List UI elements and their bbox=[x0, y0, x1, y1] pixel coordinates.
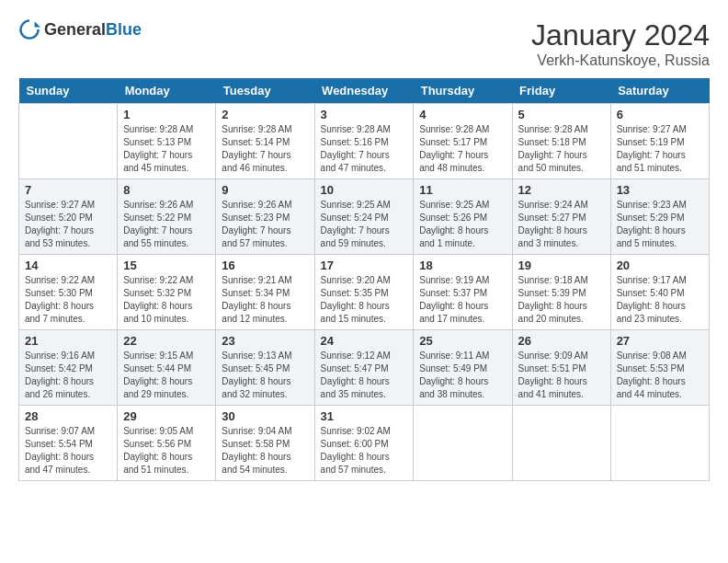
day-number: 20 bbox=[617, 259, 703, 272]
calendar-day-28: 28Sunrise: 9:07 AM Sunset: 5:54 PM Dayli… bbox=[19, 406, 118, 481]
calendar-day-9: 9Sunrise: 9:26 AM Sunset: 5:23 PM Daylig… bbox=[216, 179, 314, 255]
logo-icon bbox=[18, 18, 40, 40]
month-title: January 2024 bbox=[531, 18, 710, 52]
calendar-day-19: 19Sunrise: 9:18 AM Sunset: 5:39 PM Dayli… bbox=[512, 255, 610, 330]
day-number: 28 bbox=[25, 409, 111, 423]
day-info: Sunrise: 9:22 AM Sunset: 5:30 PM Dayligh… bbox=[25, 274, 111, 326]
day-header-saturday: Saturday bbox=[610, 78, 709, 104]
day-info: Sunrise: 9:27 AM Sunset: 5:20 PM Dayligh… bbox=[25, 199, 111, 250]
calendar-day-2: 2Sunrise: 9:28 AM Sunset: 5:14 PM Daylig… bbox=[216, 104, 314, 179]
day-info: Sunrise: 9:23 AM Sunset: 5:29 PM Dayligh… bbox=[617, 199, 703, 250]
day-info: Sunrise: 9:28 AM Sunset: 5:18 PM Dayligh… bbox=[518, 123, 605, 175]
day-number: 5 bbox=[518, 108, 605, 121]
day-info: Sunrise: 9:22 AM Sunset: 5:32 PM Dayligh… bbox=[123, 274, 210, 326]
day-header-monday: Monday bbox=[118, 78, 216, 104]
calendar-day-1: 1Sunrise: 9:28 AM Sunset: 5:13 PM Daylig… bbox=[118, 104, 216, 179]
calendar-day-5: 5Sunrise: 9:28 AM Sunset: 5:18 PM Daylig… bbox=[512, 104, 610, 179]
day-number: 25 bbox=[419, 334, 506, 348]
calendar-day-21: 21Sunrise: 9:16 AM Sunset: 5:42 PM Dayli… bbox=[19, 330, 118, 406]
calendar-day-18: 18Sunrise: 9:19 AM Sunset: 5:37 PM Dayli… bbox=[414, 255, 512, 330]
day-info: Sunrise: 9:21 AM Sunset: 5:34 PM Dayligh… bbox=[222, 274, 308, 326]
title-block: January 2024 Verkh-Katunskoye, Russia bbox=[531, 18, 710, 69]
day-info: Sunrise: 9:13 AM Sunset: 5:45 PM Dayligh… bbox=[222, 350, 308, 401]
calendar-table: SundayMondayTuesdayWednesdayThursdayFrid… bbox=[18, 78, 710, 481]
day-info: Sunrise: 9:26 AM Sunset: 5:22 PM Dayligh… bbox=[123, 199, 210, 250]
day-number: 2 bbox=[222, 108, 308, 121]
day-number: 4 bbox=[419, 108, 506, 121]
day-header-sunday: Sunday bbox=[19, 78, 118, 104]
day-info: Sunrise: 9:04 AM Sunset: 5:58 PM Dayligh… bbox=[222, 425, 308, 477]
day-info: Sunrise: 9:28 AM Sunset: 5:16 PM Dayligh… bbox=[321, 123, 408, 175]
calendar-day-13: 13Sunrise: 9:23 AM Sunset: 5:29 PM Dayli… bbox=[610, 179, 709, 255]
day-info: Sunrise: 9:19 AM Sunset: 5:37 PM Dayligh… bbox=[419, 274, 506, 326]
day-info: Sunrise: 9:02 AM Sunset: 6:00 PM Dayligh… bbox=[321, 425, 408, 477]
day-number: 3 bbox=[321, 108, 408, 121]
day-info: Sunrise: 9:24 AM Sunset: 5:27 PM Dayligh… bbox=[518, 199, 605, 250]
calendar-day-31: 31Sunrise: 9:02 AM Sunset: 6:00 PM Dayli… bbox=[314, 406, 414, 481]
day-info: Sunrise: 9:12 AM Sunset: 5:47 PM Dayligh… bbox=[321, 350, 408, 401]
page-header: GeneralBlue January 2024 Verkh-Katunskoy… bbox=[18, 18, 710, 69]
day-info: Sunrise: 9:28 AM Sunset: 5:14 PM Dayligh… bbox=[222, 123, 308, 175]
calendar-day-22: 22Sunrise: 9:15 AM Sunset: 5:44 PM Dayli… bbox=[118, 330, 216, 406]
day-number: 26 bbox=[518, 334, 605, 348]
calendar-day-12: 12Sunrise: 9:24 AM Sunset: 5:27 PM Dayli… bbox=[512, 179, 610, 255]
day-info: Sunrise: 9:18 AM Sunset: 5:39 PM Dayligh… bbox=[518, 274, 605, 326]
day-info: Sunrise: 9:16 AM Sunset: 5:42 PM Dayligh… bbox=[25, 350, 111, 401]
day-header-thursday: Thursday bbox=[414, 78, 512, 104]
empty-cell bbox=[610, 406, 709, 481]
day-info: Sunrise: 9:20 AM Sunset: 5:35 PM Dayligh… bbox=[321, 274, 408, 326]
calendar-day-30: 30Sunrise: 9:04 AM Sunset: 5:58 PM Dayli… bbox=[216, 406, 314, 481]
day-number: 7 bbox=[25, 183, 111, 197]
calendar-day-8: 8Sunrise: 9:26 AM Sunset: 5:22 PM Daylig… bbox=[118, 179, 216, 255]
day-number: 27 bbox=[617, 334, 703, 348]
calendar-day-17: 17Sunrise: 9:20 AM Sunset: 5:35 PM Dayli… bbox=[314, 255, 414, 330]
calendar-day-3: 3Sunrise: 9:28 AM Sunset: 5:16 PM Daylig… bbox=[314, 104, 414, 179]
day-number: 16 bbox=[222, 259, 308, 272]
day-info: Sunrise: 9:25 AM Sunset: 5:26 PM Dayligh… bbox=[419, 199, 506, 250]
day-info: Sunrise: 9:28 AM Sunset: 5:17 PM Dayligh… bbox=[419, 123, 506, 175]
calendar-day-15: 15Sunrise: 9:22 AM Sunset: 5:32 PM Dayli… bbox=[118, 255, 216, 330]
calendar-day-24: 24Sunrise: 9:12 AM Sunset: 5:47 PM Dayli… bbox=[314, 330, 414, 406]
calendar-day-10: 10Sunrise: 9:25 AM Sunset: 5:24 PM Dayli… bbox=[314, 179, 414, 255]
day-number: 6 bbox=[617, 108, 703, 121]
calendar-day-6: 6Sunrise: 9:27 AM Sunset: 5:19 PM Daylig… bbox=[610, 104, 709, 179]
day-number: 14 bbox=[25, 259, 111, 272]
calendar-day-4: 4Sunrise: 9:28 AM Sunset: 5:17 PM Daylig… bbox=[414, 104, 512, 179]
day-number: 12 bbox=[518, 183, 605, 197]
day-number: 11 bbox=[419, 183, 506, 197]
day-number: 23 bbox=[222, 334, 308, 348]
logo-text-blue: Blue bbox=[106, 20, 142, 39]
day-number: 17 bbox=[321, 259, 408, 272]
day-number: 30 bbox=[222, 409, 308, 423]
day-number: 18 bbox=[419, 259, 506, 272]
calendar-day-16: 16Sunrise: 9:21 AM Sunset: 5:34 PM Dayli… bbox=[216, 255, 314, 330]
calendar-day-7: 7Sunrise: 9:27 AM Sunset: 5:20 PM Daylig… bbox=[19, 179, 118, 255]
day-number: 1 bbox=[123, 108, 210, 121]
day-info: Sunrise: 9:27 AM Sunset: 5:19 PM Dayligh… bbox=[617, 123, 703, 175]
calendar-day-23: 23Sunrise: 9:13 AM Sunset: 5:45 PM Dayli… bbox=[216, 330, 314, 406]
day-number: 29 bbox=[123, 409, 210, 423]
day-number: 9 bbox=[222, 183, 308, 197]
calendar-day-27: 27Sunrise: 9:08 AM Sunset: 5:53 PM Dayli… bbox=[610, 330, 709, 406]
day-header-friday: Friday bbox=[512, 78, 610, 104]
logo: GeneralBlue bbox=[18, 18, 142, 40]
calendar-day-20: 20Sunrise: 9:17 AM Sunset: 5:40 PM Dayli… bbox=[610, 255, 709, 330]
day-info: Sunrise: 9:25 AM Sunset: 5:24 PM Dayligh… bbox=[321, 199, 408, 250]
empty-cell bbox=[512, 406, 610, 481]
day-header-wednesday: Wednesday bbox=[314, 78, 414, 104]
calendar-day-25: 25Sunrise: 9:11 AM Sunset: 5:49 PM Dayli… bbox=[414, 330, 512, 406]
day-number: 22 bbox=[123, 334, 210, 348]
day-number: 8 bbox=[123, 183, 210, 197]
day-info: Sunrise: 9:05 AM Sunset: 5:56 PM Dayligh… bbox=[123, 425, 210, 477]
svg-marker-0 bbox=[35, 21, 40, 27]
day-info: Sunrise: 9:08 AM Sunset: 5:53 PM Dayligh… bbox=[617, 350, 703, 401]
day-number: 10 bbox=[321, 183, 408, 197]
day-number: 15 bbox=[123, 259, 210, 272]
day-info: Sunrise: 9:26 AM Sunset: 5:23 PM Dayligh… bbox=[222, 199, 308, 250]
calendar-day-29: 29Sunrise: 9:05 AM Sunset: 5:56 PM Dayli… bbox=[118, 406, 216, 481]
empty-cell bbox=[414, 406, 512, 481]
empty-cell bbox=[19, 104, 118, 179]
day-info: Sunrise: 9:15 AM Sunset: 5:44 PM Dayligh… bbox=[123, 350, 210, 401]
day-number: 19 bbox=[518, 259, 605, 272]
day-number: 24 bbox=[321, 334, 408, 348]
